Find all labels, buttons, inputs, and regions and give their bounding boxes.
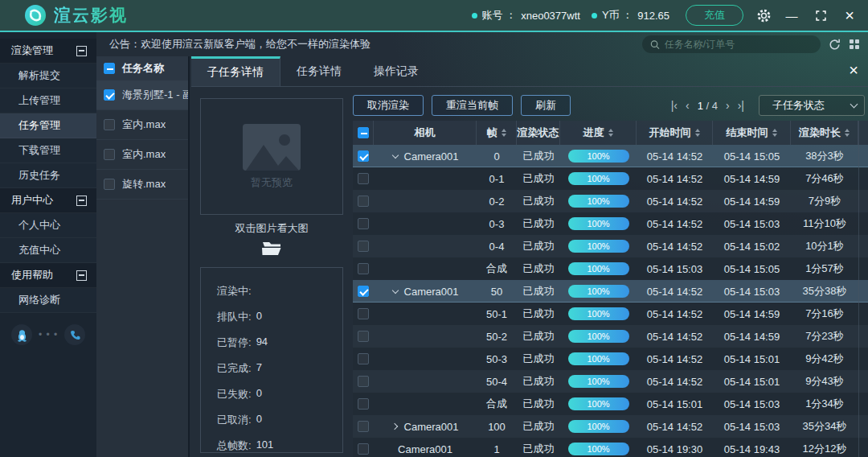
row-checkbox[interactable] [358,443,369,455]
close-button[interactable]: × [841,6,858,24]
row-checkbox[interactable] [358,241,369,252]
table-row[interactable]: 0-2 已成功 100% 05-14 14:52 05-14 14:59 7分9… [353,190,868,212]
pagination-first[interactable]: |‹ [671,99,678,112]
table-row[interactable]: Camera001 50 已成功 100% 05-14 14:52 05-14 … [353,280,868,303]
sidebar-item[interactable]: 充值中心 [0,238,96,263]
expand-chevron-icon[interactable] [392,153,399,160]
detail-close-icon[interactable]: × [849,61,858,80]
settings-gear-icon[interactable] [756,8,772,23]
table-row[interactable]: Camera001 100 已成功 100% 05-14 14:52 05-14… [353,415,868,438]
row-checkbox[interactable] [358,150,369,162]
sidebar-group[interactable]: 渲染管理 [0,39,96,64]
row-checkbox[interactable] [358,331,369,342]
table-row[interactable]: 50-2 已成功 100% 05-14 14:52 05-14 14:59 7分… [353,325,868,348]
recharge-button[interactable]: 充值 [686,5,743,26]
row-checkbox[interactable] [358,196,369,207]
collapse-icon[interactable] [76,196,87,206]
collapse-icon[interactable] [76,46,87,56]
search-input[interactable] [665,39,813,50]
minimize-button[interactable]: — [783,6,800,24]
start-time-cell: 05-14 14:52 [637,370,713,393]
table-row[interactable]: 50-3 已成功 100% 05-14 14:52 05-14 15:01 9分… [353,348,868,370]
sidebar-item[interactable]: 上传管理 [0,89,96,113]
sort-icon[interactable] [845,129,850,137]
table-header-cell[interactable]: 渲染时长 [791,121,858,145]
task-checkbox[interactable] [104,89,115,101]
task-checkbox[interactable] [104,149,115,160]
table-row[interactable]: 50-1 已成功 100% 05-14 14:52 05-14 14:59 7分… [353,303,868,325]
expand-chevron-icon[interactable] [392,288,399,295]
row-checkbox[interactable] [358,376,369,387]
row-checkbox[interactable] [358,173,369,184]
pagination-next[interactable]: › [726,99,730,112]
table-action-button[interactable]: 取消渲染 [353,95,424,116]
detail-tab[interactable]: 任务详情 [280,56,358,86]
sidebar-group[interactable]: 用户中心 [0,188,96,213]
sort-icon[interactable] [772,129,777,137]
duration-cell: 35分38秒 [791,280,858,303]
task-row[interactable]: 室内.max [96,140,188,170]
start-time-cell: 05-14 14:52 [637,190,713,212]
qq-icon[interactable] [11,324,32,345]
table-row[interactable]: 0-3 已成功 100% 05-14 14:52 05-14 15:03 11分… [353,212,868,235]
task-checkbox[interactable] [104,119,115,130]
sidebar-item[interactable]: 下载管理 [0,138,96,163]
row-checkbox[interactable] [358,286,369,297]
collapse-icon[interactable] [76,270,87,281]
row-checkbox[interactable] [358,353,369,364]
task-row[interactable]: 室内.max [96,110,188,140]
table-row[interactable]: Camera001 0 已成功 100% 05-14 14:52 05-14 1… [353,145,868,167]
phone-icon[interactable] [64,324,85,345]
select-all-rows-checkbox[interactable] [358,127,369,138]
preview-box[interactable]: 暂无预览 [200,98,343,215]
detail-tab[interactable]: 子任务详情 [191,56,280,86]
table-header-cell[interactable]: 渲染状态 [517,121,560,145]
table-row[interactable]: 0-4 已成功 100% 05-14 14:52 05-14 15:02 10分… [353,235,868,257]
task-row[interactable]: 海景别墅-1 - 副本 [96,80,188,110]
detail-tab[interactable]: 操作记录 [358,56,435,86]
table-action-button[interactable]: 刷新 [521,95,571,116]
sidebar-item[interactable]: 任务管理 [0,113,96,138]
table-row[interactable]: 0-1 已成功 100% 05-14 14:52 05-14 14:59 7分4… [353,167,868,190]
refresh-icon[interactable] [828,38,841,51]
sidebar-item[interactable]: 网络诊断 [0,288,96,313]
sidebar-item[interactable]: 历史任务 [0,163,96,188]
sort-icon[interactable] [608,129,613,137]
table-header-cell[interactable]: 帧 [477,121,517,145]
task-row[interactable]: 旋转.max [96,170,188,200]
row-checkbox[interactable] [358,263,369,274]
select-all-tasks-checkbox[interactable] [104,63,115,74]
row-checkbox[interactable] [358,421,369,432]
subtask-status-dropdown[interactable]: 子任务状态 [759,95,865,116]
expand-chevron-icon[interactable] [392,423,399,430]
task-checkbox[interactable] [104,179,115,190]
table-header-cell[interactable]: 结束时间 [713,121,791,145]
sidebar-item-label: 下载管理 [18,143,60,158]
more-contacts-dots[interactable]: • • • [39,329,58,340]
sidebar-item[interactable]: 个人中心 [0,213,96,238]
search-box[interactable] [642,35,821,53]
table-header-cell[interactable]: 相机 [374,121,477,145]
sort-icon[interactable] [502,129,506,137]
table-header-cell[interactable]: 进度 [560,121,637,145]
maximize-button[interactable] [812,6,829,24]
row-checkbox[interactable] [358,308,369,319]
row-checkbox[interactable] [358,218,369,229]
pagination-prev[interactable]: ‹ [686,99,690,112]
table-row[interactable]: 合成 已成功 100% 05-14 15:01 05-14 15:03 1分34… [353,393,868,415]
pagination-last[interactable]: ›| [738,99,744,112]
sidebar-item-label: 上传管理 [18,93,60,108]
sidebar-item[interactable]: 解析提交 [0,64,96,89]
stat-value: 0 [256,310,262,324]
table-row[interactable]: Camera001 1 已成功 100% 05-14 19:30 05-14 1… [353,438,868,457]
table-row[interactable]: 合成 已成功 100% 05-14 15:03 05-14 15:05 1分57… [353,257,868,280]
row-checkbox[interactable] [358,398,369,410]
apps-grid-icon[interactable] [849,39,860,50]
open-folder-icon[interactable] [200,240,343,256]
table-header-cell[interactable]: 开始时间 [637,121,713,145]
sidebar-group[interactable]: 使用帮助 [0,263,96,288]
table-action-button[interactable]: 重渲当前帧 [432,95,513,116]
sort-icon[interactable] [695,129,700,137]
table-row[interactable]: 50-4 已成功 100% 05-14 14:52 05-14 15:01 9分… [353,370,868,393]
duration-cell: 9分42秒 [791,348,858,370]
